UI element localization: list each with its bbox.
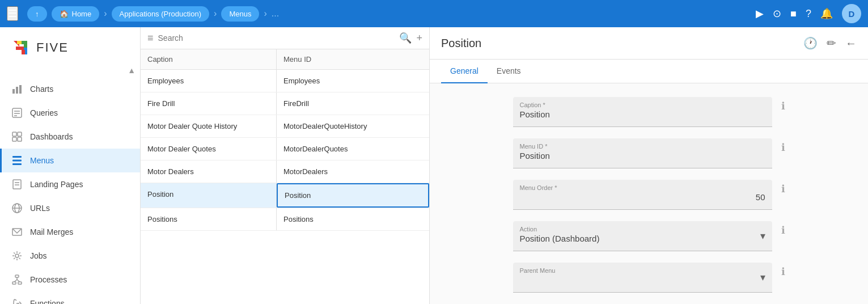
parentmenu-label: Parent Menu [520, 267, 556, 274]
sidebar-item-urls[interactable]: URLs [0, 196, 140, 220]
svg-rect-11 [18, 137, 22, 141]
top-navigation: ☰ ↑ 🏠 Home › Applications (Production) ›… [0, 0, 868, 27]
hamburger-button[interactable]: ☰ [7, 6, 18, 21]
add-record-button[interactable]: + [416, 32, 422, 44]
table-row[interactable]: Motor Dealer Quotes MotorDealerQuotes [141, 138, 429, 161]
action-input-area[interactable]: Action Position (Dashboard) ▾ [513, 221, 772, 251]
upload-button[interactable]: ↑ [27, 6, 47, 22]
caption-value[interactable]: Position [520, 109, 765, 122]
sidebar-item-jobs[interactable]: Jobs [0, 244, 140, 268]
menuid-label: Menu ID * [520, 143, 765, 150]
tab-general-label: General [450, 66, 479, 75]
form-field-menuid: Menu ID * Position ℹ [513, 138, 785, 168]
table-row[interactable]: Employees Employees [141, 70, 429, 92]
notification-button[interactable]: 🔔 [820, 7, 833, 20]
breadcrumb-app-button[interactable]: Applications (Production) [112, 6, 210, 22]
menuorder-help-icon[interactable]: ℹ [781, 183, 785, 195]
queries-icon [11, 107, 23, 119]
sidebar-item-charts[interactable]: Charts [0, 77, 140, 101]
form-field-action: Action Position (Dashboard) ▾ ℹ [513, 221, 785, 251]
urls-icon [11, 202, 23, 214]
history-button[interactable]: 🕐 [803, 36, 818, 50]
search-button[interactable]: 🔍 [399, 32, 412, 44]
cell-caption: Fire Drill [141, 92, 277, 115]
preview-button[interactable]: ⊙ [773, 7, 781, 20]
home-button[interactable]: 🏠 Home [52, 6, 100, 22]
breadcrumb-more: ... [272, 9, 279, 19]
caption-label: Caption * [520, 102, 765, 108]
search-input[interactable] [158, 33, 395, 43]
play-button[interactable]: ▶ [756, 7, 764, 20]
sidebar-item-menus-label: Menus [30, 156, 54, 165]
svg-rect-1 [12, 89, 15, 94]
cell-menuid: FireDrill [277, 92, 429, 115]
sidebar-item-landing-pages[interactable]: Landing Pages [0, 172, 140, 196]
table-row[interactable]: Fire Drill FireDrill [141, 92, 429, 115]
menuid-value[interactable]: Position [520, 151, 765, 163]
sidebar-item-processes[interactable]: Processes [0, 268, 140, 292]
field-row-menuid: Menu ID * Position ℹ [513, 138, 785, 168]
table-row[interactable]: Motor Dealer Quote History MotorDealerQu… [141, 115, 429, 138]
sidebar-logo: FIVE [0, 27, 140, 66]
breadcrumb-arrow-2: › [214, 9, 217, 19]
help-button[interactable]: ? [806, 8, 811, 20]
home-icon: 🏠 [60, 10, 69, 18]
main-layout: FIVE ▲ Charts Queries Dashboards [0, 27, 868, 304]
sidebar-item-jobs-label: Jobs [30, 251, 47, 260]
five-logo-icon [9, 36, 32, 59]
back-button[interactable]: ← [845, 37, 857, 50]
table-row[interactable]: Motor Dealers MotorDealers [141, 161, 429, 183]
tab-events-label: Events [497, 66, 521, 75]
jobs-icon [11, 250, 23, 262]
svg-rect-9 [18, 132, 22, 136]
svg-point-22 [15, 254, 19, 257]
form-field-menuorder: Menu Order * 50 ℹ [513, 180, 785, 210]
list-panel: ≡ 🔍 + Caption Menu ID Employees Employee… [141, 27, 430, 304]
column-header-caption: Caption [141, 49, 277, 69]
cell-menuid: Positions [277, 208, 429, 230]
cell-caption: Motor Dealer Quotes [141, 138, 277, 160]
edit-button[interactable]: ✏ [827, 36, 836, 50]
sidebar-item-menus[interactable]: Menus [0, 149, 140, 172]
sidebar: FIVE ▲ Charts Queries Dashboards [0, 27, 141, 304]
parentmenu-help-icon[interactable]: ℹ [781, 265, 785, 278]
sidebar-item-functions[interactable]: Functions [0, 292, 140, 304]
avatar-button[interactable]: D [842, 4, 861, 23]
sidebar-scroll-up[interactable]: ▲ [128, 66, 136, 75]
cell-menuid-selected: Position [277, 183, 429, 208]
sidebar-item-urls-label: URLs [30, 204, 50, 213]
field-row-menuorder: Menu Order * 50 ℹ [513, 180, 785, 210]
detail-title: Position [441, 37, 803, 50]
sidebar-item-mail-merges[interactable]: Mail Merges [0, 220, 140, 244]
cell-caption: Motor Dealers [141, 161, 277, 183]
table-row[interactable]: Positions Positions [141, 208, 429, 231]
tab-events[interactable]: Events [488, 60, 530, 83]
sidebar-item-functions-label: Functions [30, 299, 65, 304]
svg-rect-8 [12, 132, 16, 136]
table-row-selected[interactable]: Position Position [141, 183, 429, 208]
sidebar-item-charts-label: Charts [30, 85, 53, 94]
menuorder-value[interactable]: 50 [520, 192, 765, 205]
action-help-icon[interactable]: ℹ [781, 224, 785, 237]
upload-icon: ↑ [35, 10, 39, 18]
cell-menuid: Employees [277, 70, 429, 92]
sidebar-item-dashboards-label: Dashboards [30, 132, 73, 141]
svg-rect-24 [12, 282, 16, 284]
parentmenu-input-area[interactable]: Parent Menu ▾ [513, 263, 772, 293]
tab-general[interactable]: General [441, 60, 488, 83]
sidebar-item-dashboards[interactable]: Dashboards [0, 125, 140, 149]
filter-icon: ≡ [147, 32, 154, 44]
svg-rect-23 [15, 275, 19, 277]
caption-help-icon[interactable]: ℹ [781, 100, 785, 112]
action-label: Action [520, 226, 600, 233]
menuid-help-icon[interactable]: ℹ [781, 141, 785, 154]
caption-input-area: Caption * Position [513, 97, 772, 127]
cell-menuid: MotorDealerQuoteHistory [277, 115, 429, 137]
svg-rect-15 [13, 180, 21, 189]
sidebar-item-queries[interactable]: Queries [0, 101, 140, 125]
breadcrumb-menus-button[interactable]: Menus [221, 6, 259, 22]
action-chevron-down-icon: ▾ [760, 230, 765, 242]
menus-icon [11, 154, 23, 167]
stop-button[interactable]: ■ [790, 8, 797, 20]
svg-rect-2 [16, 87, 18, 94]
